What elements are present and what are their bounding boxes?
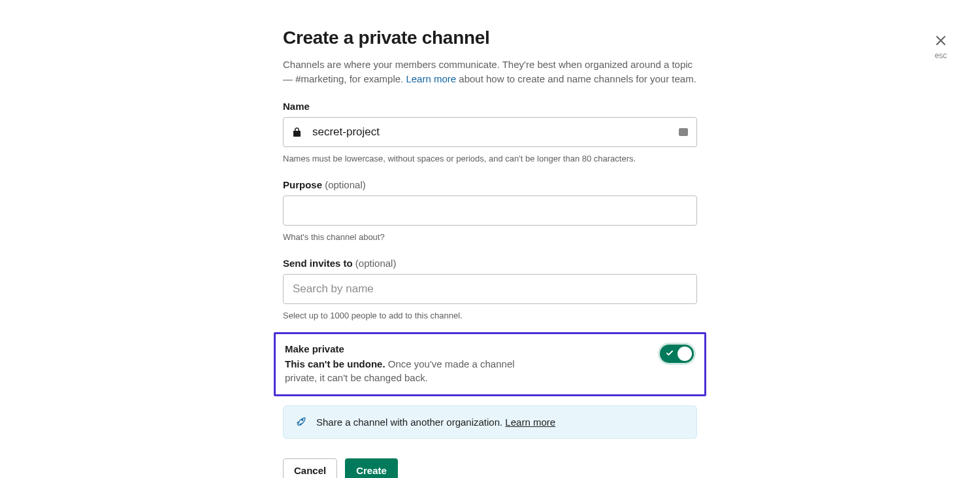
purpose-label: Purpose (optional)	[283, 179, 697, 190]
invites-field: Send invites to (optional) Select up to …	[283, 258, 697, 320]
toggle-knob	[678, 347, 692, 361]
check-icon	[666, 348, 674, 360]
share-banner-text: Share a channel with another organizatio…	[316, 417, 555, 428]
make-private-desc: This can't be undone. Once you've made a…	[285, 357, 546, 386]
name-label: Name	[283, 101, 697, 112]
modal-description-post: about how to create and name channels fo…	[456, 73, 696, 84]
name-input-wrap	[283, 117, 697, 147]
share-banner: Share a channel with another organizatio…	[283, 405, 697, 439]
make-private-toggle[interactable]	[660, 345, 694, 363]
modal-description: Channels are where your members communic…	[283, 58, 697, 86]
cancel-button[interactable]: Cancel	[283, 458, 337, 478]
purpose-helper: What's this channel about?	[283, 232, 697, 242]
rocket-icon	[295, 415, 307, 429]
channel-name-input[interactable]	[283, 117, 697, 147]
purpose-input[interactable]	[283, 196, 697, 226]
share-learn-more-link[interactable]: Learn more	[505, 417, 555, 428]
make-private-text: Make private This can't be undone. Once …	[285, 343, 546, 386]
purpose-label-text: Purpose	[283, 179, 325, 190]
learn-more-link[interactable]: Learn more	[406, 73, 456, 84]
share-banner-msg: Share a channel with another organizatio…	[316, 417, 505, 428]
make-private-section: Make private This can't be undone. Once …	[274, 332, 706, 397]
keyboard-icon	[679, 128, 688, 136]
invites-optional: (optional)	[355, 258, 397, 269]
close-control: esc	[933, 33, 949, 60]
create-button[interactable]: Create	[345, 458, 398, 478]
purpose-optional: (optional)	[325, 179, 366, 190]
invites-label-text: Send invites to	[283, 258, 355, 269]
close-button[interactable]	[933, 33, 949, 48]
modal-actions: Cancel Create	[283, 458, 697, 478]
make-private-title: Make private	[285, 343, 546, 354]
name-helper: Names must be lowercase, without spaces …	[283, 154, 697, 163]
invites-input[interactable]	[283, 274, 697, 304]
close-esc-label: esc	[933, 51, 949, 60]
invites-label: Send invites to (optional)	[283, 258, 697, 269]
svg-point-0	[302, 419, 303, 420]
modal-title: Create a private channel	[283, 27, 697, 48]
make-private-warn-bold: This can't be undone.	[285, 358, 385, 369]
close-icon	[934, 34, 947, 47]
name-field: Name Names must be lowercase, without sp…	[283, 101, 697, 163]
purpose-field: Purpose (optional) What's this channel a…	[283, 179, 697, 242]
invites-helper: Select up to 1000 people to add to this …	[283, 311, 697, 320]
create-channel-modal: Create a private channel Channels are wh…	[283, 27, 697, 478]
lock-icon	[293, 128, 301, 137]
